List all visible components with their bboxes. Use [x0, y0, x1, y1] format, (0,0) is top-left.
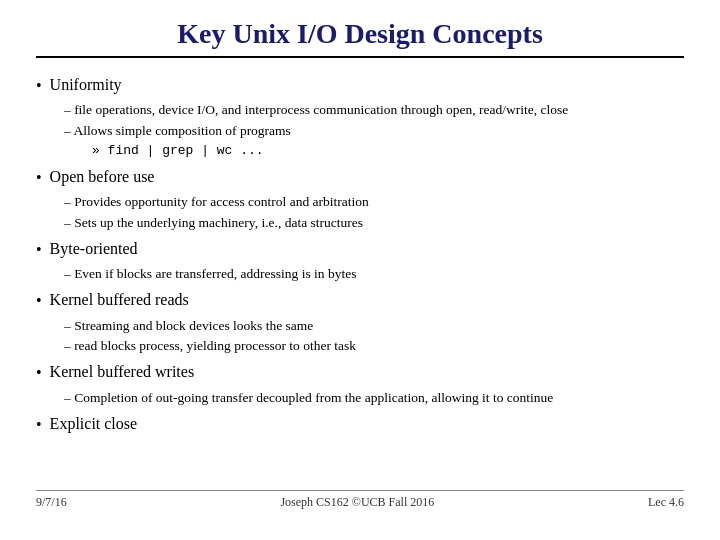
bullet-dot-2: • [36, 167, 42, 189]
sub-text-3-1: – Even if blocks are transferred, addres… [64, 265, 356, 283]
slide-title: Key Unix I/O Design Concepts [177, 18, 543, 49]
footer: 9/7/16 Joseph CS162 ©UCB Fall 2016 Lec 4… [36, 490, 684, 510]
bullet-dot-3: • [36, 239, 42, 261]
sub-text-1-1: – file operations, device I/O, and inter… [64, 101, 568, 119]
bullet-dot-6: • [36, 414, 42, 436]
sub-items-kernel-reads: – Streaming and block devices looks the … [64, 317, 684, 355]
slide: Key Unix I/O Design Concepts • Uniformit… [0, 0, 720, 540]
sub-text-5-1: – Completion of out-going transfer decou… [64, 389, 553, 407]
sub-item-4-1: – Streaming and block devices looks the … [64, 317, 684, 335]
bullet-label-kernel-writes: Kernel buffered writes [50, 361, 195, 383]
footer-center: Joseph CS162 ©UCB Fall 2016 [280, 495, 434, 510]
sub-sub-items-1: » find | grep | wc ... [92, 142, 684, 160]
sub-text-2-1: – Provides opportunity for access contro… [64, 193, 369, 211]
sub-items-kernel-writes: – Completion of out-going transfer decou… [64, 389, 684, 407]
sub-item-1-2: – Allows simple composition of programs [64, 122, 684, 140]
sub-items-uniformity: – file operations, device I/O, and inter… [64, 101, 684, 160]
sub-item-4-2: – read blocks process, yielding processo… [64, 337, 684, 355]
sub-item-5-1: – Completion of out-going transfer decou… [64, 389, 684, 407]
sub-text-1-2: – Allows simple composition of programs [64, 122, 291, 140]
sub-item-2-1: – Provides opportunity for access contro… [64, 193, 684, 211]
sub-text-4-1: – Streaming and block devices looks the … [64, 317, 313, 335]
sub-text-4-2: – read blocks process, yielding processo… [64, 337, 356, 355]
sub-items-byte: – Even if blocks are transferred, addres… [64, 265, 684, 283]
sub-sub-item-1-1: » find | grep | wc ... [92, 142, 684, 160]
bullet-label-kernel-reads: Kernel buffered reads [50, 289, 189, 311]
bullet-item-open: • Open before use [36, 166, 684, 189]
bullet-item-explicit-close: • Explicit close [36, 413, 684, 436]
bullet-item-kernel-reads: • Kernel buffered reads [36, 289, 684, 312]
sub-item-2-2: – Sets up the underlying machinery, i.e.… [64, 214, 684, 232]
sub-item-3-1: – Even if blocks are transferred, addres… [64, 265, 684, 283]
bullet-label-explicit-close: Explicit close [50, 413, 138, 435]
content-area: • Uniformity – file operations, device I… [36, 68, 684, 490]
bullet-dot-4: • [36, 290, 42, 312]
bullet-dot-5: • [36, 362, 42, 384]
sub-text-2-2: – Sets up the underlying machinery, i.e.… [64, 214, 363, 232]
sub-items-open: – Provides opportunity for access contro… [64, 193, 684, 231]
bullet-item-kernel-writes: • Kernel buffered writes [36, 361, 684, 384]
bullet-dot-1: • [36, 75, 42, 97]
bullet-item-byte: • Byte-oriented [36, 238, 684, 261]
bullet-label-byte: Byte-oriented [50, 238, 138, 260]
footer-right: Lec 4.6 [648, 495, 684, 510]
bullet-label-open: Open before use [50, 166, 155, 188]
title-area: Key Unix I/O Design Concepts [36, 18, 684, 58]
bullet-label-uniformity: Uniformity [50, 74, 122, 96]
bullet-item-uniformity: • Uniformity [36, 74, 684, 97]
footer-left: 9/7/16 [36, 495, 67, 510]
sub-item-1-1: – file operations, device I/O, and inter… [64, 101, 684, 119]
